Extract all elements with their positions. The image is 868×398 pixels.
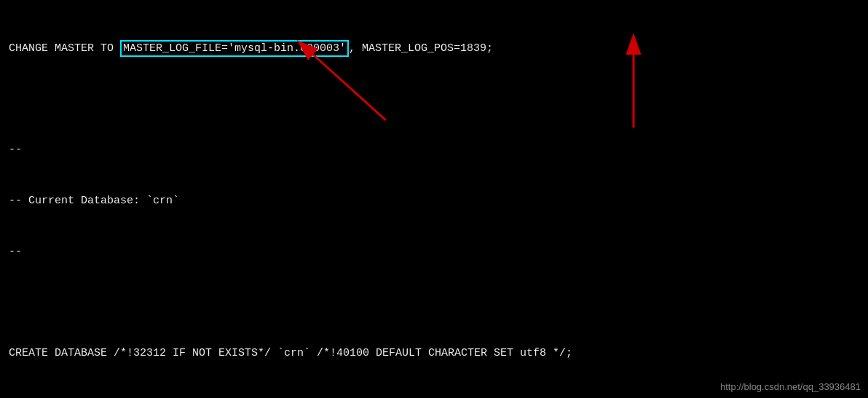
- master-log-file-highlight: MASTER_LOG_FILE='mysql-bin.000003': [120, 40, 349, 57]
- code-content: CHANGE MASTER TO MASTER_LOG_FILE='mysql-…: [0, 0, 868, 398]
- master-log-pos: , MASTER_LOG_POS=1839;: [349, 42, 493, 55]
- line-4: -- Current Database: `crn`: [9, 192, 859, 209]
- line-3: --: [9, 141, 859, 158]
- line-6: [9, 294, 859, 311]
- change-master-prefix: CHANGE MASTER TO: [9, 42, 120, 55]
- line-7: CREATE DATABASE /*!32312 IF NOT EXISTS*/…: [9, 345, 859, 362]
- watermark: http://blog.csdn.net/qq_33936481: [720, 381, 861, 392]
- line-1: CHANGE MASTER TO MASTER_LOG_FILE='mysql-…: [9, 40, 859, 57]
- line-2: [9, 90, 859, 107]
- line-5: --: [9, 243, 859, 260]
